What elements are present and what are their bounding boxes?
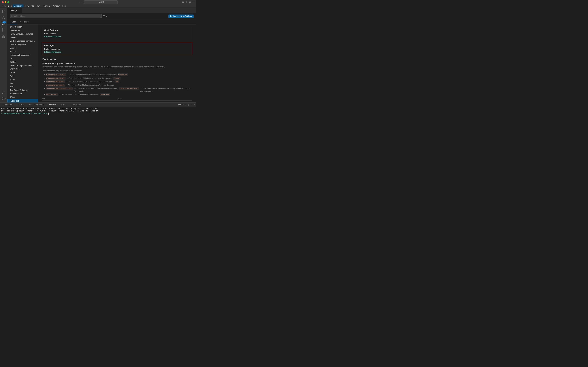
settings-filter-icon[interactable]: ⊾ (106, 15, 108, 17)
terminal-trash-icon[interactable]: 🗑 (188, 104, 190, 106)
list-item-basename: ${documentBaseName} — The basename of Ma… (44, 77, 192, 80)
user-tab[interactable]: User (10, 19, 17, 24)
main-layout: 274 (0, 8, 196, 102)
workspace-tab[interactable]: Workspace (17, 19, 31, 24)
nav-item-css[interactable]: › CSS Language Features (7, 32, 38, 36)
settings-header: ☰ ⊾ Backup and Sync Settings (7, 13, 196, 19)
forward-arrow[interactable]: › (81, 1, 83, 4)
copy-files-desc1: Defines where files copied created by dr… (42, 66, 192, 68)
maximize-button[interactable] (7, 1, 9, 3)
terminal-add-icon[interactable]: + (182, 104, 183, 106)
svg-point-10 (3, 91, 4, 92)
nav-item-gulp[interactable]: Gulp (7, 74, 38, 78)
settings-tab[interactable]: Settings × (7, 8, 22, 13)
source-control-badge: 274 (2, 21, 6, 23)
search-icon[interactable] (1, 15, 6, 20)
terminal-prompt: ⬡ akirakudo@Akiras-MacBook-Pro-2 NestJS … (1, 113, 47, 115)
monitor-icon[interactable]: 🖥 (186, 1, 187, 3)
terminal-more-icon[interactable]: ··· (191, 104, 192, 106)
nav-item-docker[interactable]: Docker (7, 36, 38, 39)
menu-file[interactable]: File (1, 4, 7, 7)
ports-tab[interactable]: PORTS (59, 103, 68, 106)
terminal-split-icon[interactable]: ⊟ (185, 104, 186, 106)
menu-go[interactable]: Go (30, 4, 35, 7)
col-item-label: Item (42, 98, 117, 100)
nav-item-json[interactable]: JSON (7, 95, 38, 99)
manage-icon[interactable] (1, 96, 6, 101)
terminal-tabs: PROBLEMS OUTPUT DEBUG CONSOLE TERMINAL P… (0, 103, 196, 107)
source-control-icon[interactable]: 274 (1, 21, 6, 27)
settings-container: ☰ ⊾ Backup and Sync Settings User Worksp… (7, 13, 196, 102)
terminal-tab[interactable]: TERMINAL (46, 103, 59, 106)
menu-terminal[interactable]: Terminal (41, 4, 51, 7)
terminal-line-3: ⬡ akirakudo@Akiras-MacBook-Pro-2 NestJS … (1, 112, 195, 115)
layout-icon[interactable]: ⊞ (182, 1, 184, 3)
titlebar-search[interactable]: NestJS (84, 0, 118, 4)
table-header: Item Value (42, 97, 192, 101)
nav-item-ipynb[interactable]: Ipynb Support (7, 25, 38, 29)
comments-tab[interactable]: COMMENTS (69, 103, 83, 106)
debug-console-tab[interactable]: DEBUG CONSOLE (26, 103, 45, 106)
nav-item-emmet[interactable]: Emmet (7, 46, 38, 50)
nav-item-js-debugger[interactable]: JavaScript Debugger (7, 88, 38, 92)
nav-item-jake[interactable]: Jake (7, 85, 38, 88)
titlebar-right: ⊞ 🖥 ⊟ ··· (182, 1, 194, 3)
copy-files-desc2: The destinations may use the following v… (42, 69, 192, 72)
menu-help[interactable]: Help (61, 4, 67, 7)
chat-options-edit-link[interactable]: Edit in settings.json (44, 35, 61, 38)
search-settings-input[interactable] (10, 14, 102, 18)
nav-item-html[interactable]: HTML (7, 78, 38, 81)
problems-tab[interactable]: PROBLEMS (1, 103, 15, 106)
terminal-close-icon[interactable]: × (194, 104, 195, 106)
svg-point-11 (3, 98, 4, 99)
nav-item-createapp[interactable]: Create App (7, 29, 38, 32)
output-tab[interactable]: OUTPUT (15, 103, 26, 106)
menu-selection[interactable]: Selection (13, 4, 23, 7)
menu-edit[interactable]: Edit (7, 4, 13, 7)
nav-item-kudos-gpt[interactable]: kudos-gpt (7, 99, 38, 102)
nav-item-isort[interactable]: isort (7, 81, 38, 85)
nav-item-github[interactable]: GitHub (7, 60, 38, 64)
tab-close-button[interactable]: × (18, 9, 19, 12)
accounts-icon[interactable] (1, 90, 6, 95)
nav-item-eslint[interactable]: ESLint (7, 50, 38, 53)
nav-item-jsobfuscator[interactable]: JSObfuscator (7, 92, 38, 95)
minimize-button[interactable] (5, 1, 6, 3)
terminal-line-1: nvm is not compatible with the npm confi… (1, 108, 195, 110)
back-arrow[interactable]: ‹ (78, 1, 80, 4)
backup-sync-button[interactable]: Backup and Sync Settings (168, 15, 194, 18)
menu-view[interactable]: View (23, 4, 30, 7)
svg-marker-5 (3, 29, 5, 31)
list-item-workspace-folder: ${documentWorkspaceFolder} — The workspa… (44, 87, 192, 93)
svg-point-4 (2, 24, 3, 25)
more-icon[interactable]: ··· (193, 1, 194, 3)
settings-nav: Ipynb Support Create App › CSS Language … (7, 25, 38, 102)
close-button[interactable] (2, 1, 4, 3)
extensions-icon[interactable] (1, 33, 6, 39)
add-item-button[interactable]: Add Item (42, 102, 53, 103)
nav-item-grunt[interactable]: Grunt (7, 71, 38, 74)
nav-arrows: ‹ › (78, 1, 83, 4)
nav-item-docker-compose[interactable]: Docker Compose configuration (7, 39, 38, 43)
nav-item-github-enterprise[interactable]: GitHub Enterprise Server Authe... (7, 64, 38, 67)
nav-item-grpc[interactable]: gRPC Clicker (7, 67, 38, 71)
messages-edit-link[interactable]: Edit in settings.json (44, 51, 61, 53)
svg-rect-7 (4, 35, 5, 36)
menubar: File Edit Selection View Go Run Terminal… (0, 4, 196, 8)
run-icon[interactable] (1, 27, 6, 33)
svg-rect-9 (2, 36, 3, 37)
explorer-icon[interactable] (1, 9, 6, 14)
nav-item-git[interactable]: Git (7, 57, 38, 60)
menu-window[interactable]: Window (51, 4, 61, 7)
split-icon[interactable]: ⊟ (189, 1, 191, 3)
svg-point-0 (2, 16, 5, 19)
shell-label: zsh (178, 104, 181, 106)
settings-list-icon[interactable]: ☰ (103, 15, 105, 17)
messages-section: Messages Button messages Edit in setting… (42, 42, 192, 55)
nav-item-drawio[interactable]: Draw.io Integration (7, 43, 38, 46)
menu-run[interactable]: Run (35, 4, 41, 7)
editor-area: Settings × ☰ ⊾ Backup and Sync Settings … (7, 8, 196, 102)
nav-item-flamegraph[interactable]: Flamegraph Visualizer (7, 53, 38, 57)
list-item-filename: ${documentFileName} — The full filename … (44, 73, 192, 76)
terminal-content: nvm is not compatible with the npm confi… (0, 107, 196, 122)
